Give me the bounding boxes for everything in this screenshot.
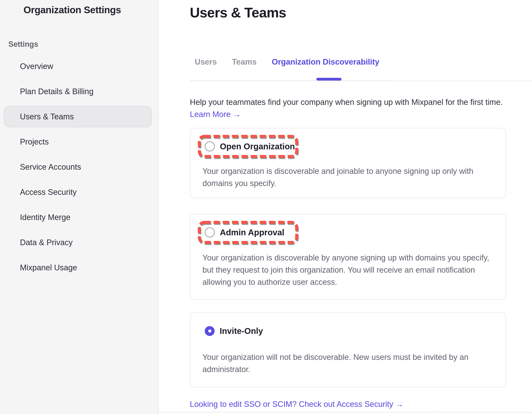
radio-open-organization[interactable] xyxy=(205,141,215,151)
sidebar-item-label: Projects xyxy=(20,137,49,146)
sidebar-item-access-security[interactable]: Access Security xyxy=(4,181,152,203)
option-title: Open Organization xyxy=(220,142,295,151)
learn-more-label: Learn More xyxy=(190,110,230,119)
access-security-link-label: Looking to edit SSO or SCIM? Check out A… xyxy=(190,400,393,409)
sidebar-section-label: Settings xyxy=(8,40,158,49)
option-title: Admin Approval xyxy=(220,228,284,237)
sidebar-item-label: Overview xyxy=(20,62,53,71)
sidebar-item-projects[interactable]: Projects xyxy=(4,131,152,152)
sidebar: Organization Settings Settings Overview … xyxy=(0,0,159,414)
sidebar-item-label: Access Security xyxy=(20,188,76,197)
radio-invite-only-selected[interactable] xyxy=(205,326,215,336)
sidebar-nav: Overview Plan Details & Billing Users & … xyxy=(0,56,158,278)
tab-users[interactable]: Users xyxy=(195,57,217,66)
arrow-right-icon: → xyxy=(395,400,403,409)
sidebar-item-users-teams[interactable]: Users & Teams xyxy=(4,106,152,127)
sidebar-item-identity-merge[interactable]: Identity Merge xyxy=(4,207,152,228)
sidebar-item-mixpanel-usage[interactable]: Mixpanel Usage xyxy=(4,257,152,278)
intro-text: Help your teammates find your company wh… xyxy=(190,96,532,108)
bottom-dotted-divider xyxy=(159,412,532,413)
option-title: Invite-Only xyxy=(220,326,263,336)
sidebar-item-label: Identity Merge xyxy=(20,213,70,222)
sidebar-item-label: Data & Privacy xyxy=(20,238,73,247)
option-description: Your organization will not be discoverab… xyxy=(202,351,500,376)
option-card-invite-only: Invite-Only Your organization will not b… xyxy=(190,312,506,387)
page-title: Users & Teams xyxy=(190,5,286,20)
option-description: Your organization is discoverable by any… xyxy=(202,252,500,288)
tab-teams[interactable]: Teams xyxy=(232,57,257,66)
option-admin-approval[interactable]: Admin Approval xyxy=(198,221,298,244)
main-content: Users & Teams Users Teams Organization D… xyxy=(159,0,532,414)
option-open-organization[interactable]: Open Organization xyxy=(198,135,298,158)
option-card-admin-approval: Admin Approval Your organization is disc… xyxy=(190,214,506,300)
sidebar-item-data-privacy[interactable]: Data & Privacy xyxy=(4,232,152,253)
sidebar-title: Organization Settings xyxy=(0,0,158,16)
active-tab-indicator xyxy=(316,78,342,81)
learn-more-link[interactable]: Learn More → xyxy=(190,110,241,119)
option-card-open-organization: Open Organization Your organization is d… xyxy=(190,128,506,198)
access-security-link[interactable]: Looking to edit SSO or SCIM? Check out A… xyxy=(190,400,403,409)
sidebar-item-overview[interactable]: Overview xyxy=(4,56,152,77)
tab-bar-divider xyxy=(190,81,391,81)
sidebar-item-plan-details-billing[interactable]: Plan Details & Billing xyxy=(4,81,152,102)
sidebar-item-service-accounts[interactable]: Service Accounts xyxy=(4,156,152,178)
sidebar-item-label: Plan Details & Billing xyxy=(20,87,94,96)
option-description: Your organization is discoverable and jo… xyxy=(202,165,500,189)
tab-organization-discoverability[interactable]: Organization Discoverability xyxy=(272,57,379,66)
sidebar-item-label: Users & Teams xyxy=(20,112,74,121)
radio-admin-approval[interactable] xyxy=(205,227,215,237)
sidebar-item-label: Service Accounts xyxy=(20,162,81,171)
option-invite-only[interactable]: Invite-Only xyxy=(198,319,298,343)
tab-bar: Users Teams Organization Discoverability xyxy=(195,57,379,66)
arrow-right-icon: → xyxy=(233,110,241,119)
tab-bar-divider-extension xyxy=(391,81,532,81)
sidebar-item-label: Mixpanel Usage xyxy=(20,263,77,272)
